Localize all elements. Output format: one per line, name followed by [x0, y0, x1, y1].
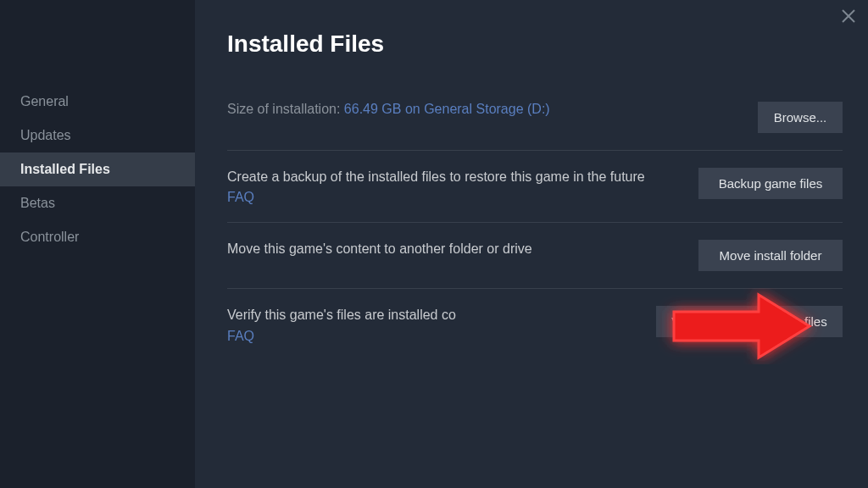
sidebar-item-betas[interactable]: Betas — [0, 186, 195, 220]
sidebar-item-label: Installed Files — [20, 162, 110, 176]
sidebar-item-general[interactable]: General — [0, 85, 195, 119]
section-move: Move this game's content to another fold… — [227, 240, 843, 289]
sidebar-item-controller[interactable]: Controller — [0, 220, 195, 254]
section-verify: Verify this game's files are installed c… — [227, 306, 843, 360]
sidebar-item-label: Controller — [20, 230, 79, 244]
section-size: Size of installation: 66.49 GB on Genera… — [227, 102, 843, 151]
verify-faq-link[interactable]: FAQ — [227, 329, 254, 344]
section-text: Size of installation: 66.49 GB on Genera… — [227, 102, 758, 117]
sidebar: General Updates Installed Files Betas Co… — [0, 0, 195, 488]
sidebar-item-label: Betas — [20, 196, 55, 210]
backup-desc: Create a backup of the installed files t… — [227, 168, 682, 186]
backup-faq-link[interactable]: FAQ — [227, 190, 254, 205]
move-desc: Move this game's content to another fold… — [227, 240, 682, 258]
main-content: Installed Files Size of installation: 66… — [195, 0, 868, 488]
section-text: Create a backup of the installed files t… — [227, 168, 698, 205]
close-icon[interactable] — [841, 8, 856, 24]
move-button[interactable]: Move install folder — [698, 240, 843, 271]
sidebar-item-label: Updates — [20, 128, 71, 142]
sidebar-item-label: General — [20, 94, 69, 108]
section-backup: Create a backup of the installed files t… — [227, 168, 843, 223]
sidebar-item-updates[interactable]: Updates — [0, 119, 195, 152]
size-value[interactable]: 66.49 GB on General Storage (D:) — [344, 102, 550, 116]
verify-desc: Verify this game's files are installed c… — [227, 306, 639, 324]
properties-window: General Updates Installed Files Betas Co… — [0, 0, 868, 488]
browse-button[interactable]: Browse... — [758, 102, 843, 133]
verify-button[interactable]: Verify integrity of game files — [656, 306, 843, 337]
sidebar-item-installed-files[interactable]: Installed Files — [0, 152, 195, 186]
section-text: Verify this game's files are installed c… — [227, 306, 656, 343]
page-title: Installed Files — [227, 30, 843, 58]
size-label: Size of installation: — [227, 102, 344, 116]
section-text: Move this game's content to another fold… — [227, 240, 698, 258]
backup-button[interactable]: Backup game files — [698, 168, 843, 199]
